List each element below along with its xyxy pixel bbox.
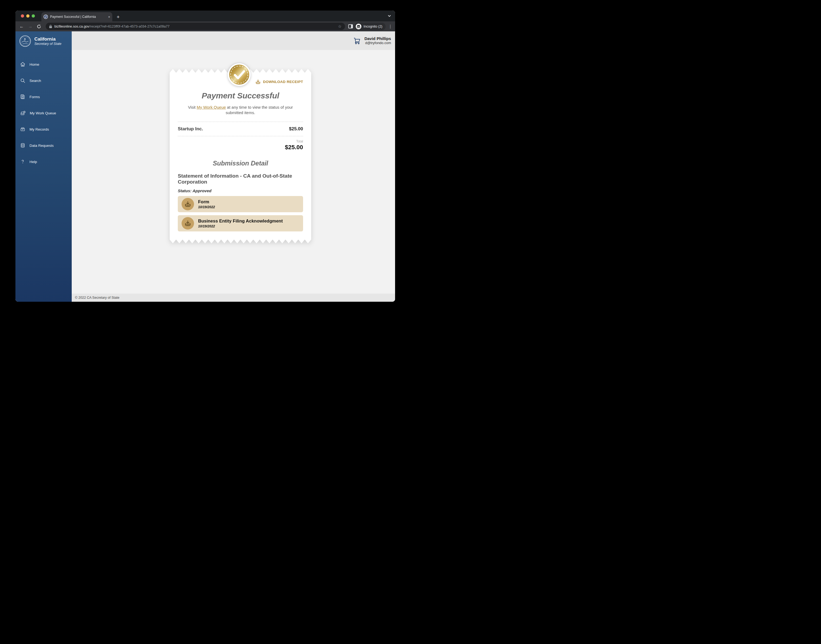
lock-icon [49, 25, 52, 28]
url-text: bizfileonline.sos.ca.gov/receipt?ref=612… [54, 25, 336, 28]
user-menu[interactable]: David Phillips d@tryfondo.com [364, 36, 391, 45]
copyright-text: © 2022 CA Secretary of State [75, 296, 119, 299]
page-content: California Secretary of State Home [15, 31, 395, 302]
incognito-badge[interactable]: Incognito (2) [355, 23, 386, 30]
sidebar-item-label: Help [29, 160, 37, 164]
doc-title: Business Entity Filing Acknowledgment [198, 218, 283, 224]
forms-icon [20, 94, 25, 100]
download-icon [184, 220, 191, 227]
sidebar-item-forms[interactable]: Forms [15, 89, 72, 105]
brand-subtitle: Secretary of State [34, 42, 61, 46]
check-icon [229, 64, 249, 84]
forward-icon[interactable]: → [27, 24, 34, 29]
cart-icon[interactable] [354, 37, 361, 44]
sidebar-item-data-requests[interactable]: Data Requests [15, 137, 72, 153]
sidebar-nav: Home Search Forms [15, 56, 72, 170]
line-item-name: Startup Inc. [178, 126, 203, 132]
payment-success-seal [228, 63, 251, 86]
doc-icon-circle [181, 198, 194, 210]
page-footer: © 2022 CA Secretary of State [72, 294, 395, 302]
brand: California Secretary of State [15, 31, 72, 50]
user-email: d@tryfondo.com [364, 41, 391, 45]
url-path: /receipt?ref=6123ff0f-47ab-4573-a034-27c… [89, 25, 170, 28]
browser-toolbar: ← → bizfileonline.sos.ca.gov/receipt?ref… [15, 21, 395, 31]
download-icon [255, 79, 261, 84]
ca-state-seal-logo [19, 35, 31, 47]
doc-title: Form [198, 199, 215, 205]
receipt-zigzag-bottom [170, 239, 311, 243]
line-item-row: Startup Inc. $25.00 [178, 122, 303, 136]
payment-successful-title: Payment Successful [178, 91, 303, 100]
address-bar[interactable]: bizfileonline.sos.ca.gov/receipt?ref=612… [46, 23, 345, 30]
browser-window: Payment Successful | California × + ← → … [15, 11, 395, 302]
close-window-button[interactable] [21, 14, 24, 18]
brand-title: California [34, 37, 61, 42]
sidebar-item-home[interactable]: Home [15, 56, 72, 72]
download-icon [184, 201, 191, 208]
sidebar-item-label: Home [29, 63, 39, 66]
doc-text: Business Entity Filing Acknowledgment 10… [198, 218, 283, 228]
window-controls [21, 14, 35, 18]
main-column: David Phillips d@tryfondo.com [72, 31, 395, 302]
download-receipt-label: DOWNLOAD RECEIPT [263, 80, 303, 84]
sidebar-item-label: Data Requests [29, 144, 54, 148]
sidebar-item-label: Search [29, 79, 41, 83]
back-icon[interactable]: ← [18, 24, 25, 29]
home-icon [20, 61, 25, 67]
incognito-label: Incognito (2) [364, 25, 382, 28]
submission-name: Statement of Information - CA and Out-of… [178, 173, 303, 185]
incognito-icon [355, 23, 361, 29]
menu-dots-icon[interactable]: ⋮ [388, 24, 392, 29]
note-prefix: Visit [188, 105, 196, 109]
tab-favicon [43, 15, 48, 19]
tab-title: Payment Successful | California [50, 15, 106, 18]
total-block: Total $25.00 [178, 140, 303, 151]
minimize-window-button[interactable] [26, 14, 29, 18]
line-item-amount: $25.00 [289, 126, 303, 132]
sidebar-item-help[interactable]: Help [15, 153, 72, 170]
sidebar: California Secretary of State Home [15, 31, 72, 302]
main-area: DOWNLOAD RECEIPT Payment Successful Visi… [72, 50, 395, 294]
sidebar-item-search[interactable]: Search [15, 72, 72, 89]
my-work-queue-link[interactable]: My Work Queue [197, 105, 226, 109]
user-name: David Phillips [364, 36, 391, 41]
sidebar-item-label: My Records [29, 127, 49, 131]
maximize-window-button[interactable] [32, 14, 35, 18]
close-tab-icon[interactable]: × [108, 15, 110, 18]
receipt-note: VisitMy Work Queueat any time to view th… [185, 104, 295, 116]
total-label: Total [178, 140, 303, 143]
chevron-down-icon[interactable] [387, 14, 391, 18]
document-download-row-acknowledgment[interactable]: Business Entity Filing Acknowledgment 10… [178, 215, 303, 232]
side-panel-icon[interactable] [348, 25, 353, 28]
tab-strip: Payment Successful | California × + [15, 11, 395, 21]
search-icon [20, 78, 25, 83]
doc-text: Form 10/19/2022 [198, 199, 215, 209]
sidebar-item-my-work-queue[interactable]: My Work Queue [15, 105, 72, 121]
help-icon [20, 159, 25, 164]
sidebar-item-label: Forms [29, 95, 40, 99]
submission-detail-title: Submission Detail [178, 159, 303, 167]
note-suffix: at any time to view the status of your s… [226, 105, 293, 115]
sidebar-item-label: My Work Queue [30, 111, 56, 115]
work-queue-icon [20, 110, 26, 116]
sidebar-item-my-records[interactable]: My Records [15, 121, 72, 137]
browser-tab[interactable]: Payment Successful | California × [42, 12, 112, 21]
url-host: bizfileonline.sos.ca.gov [54, 25, 89, 28]
new-tab-button[interactable]: + [117, 14, 120, 20]
brand-text: California Secretary of State [34, 37, 61, 46]
bookmark-star-icon[interactable]: ☆ [338, 24, 341, 29]
status-label: Status: Approved [178, 189, 303, 193]
data-requests-icon [20, 143, 25, 148]
records-icon [20, 127, 25, 132]
doc-date: 10/19/2022 [198, 224, 283, 228]
total-amount: $25.00 [178, 144, 303, 151]
page-header: David Phillips d@tryfondo.com [72, 31, 395, 50]
receipt-card: DOWNLOAD RECEIPT Payment Successful Visi… [170, 69, 311, 243]
receipt-body: DOWNLOAD RECEIPT Payment Successful Visi… [170, 73, 311, 239]
doc-icon-circle [181, 217, 194, 230]
doc-date: 10/19/2022 [198, 205, 215, 209]
reload-icon[interactable] [37, 24, 42, 29]
document-download-row-form[interactable]: Form 10/19/2022 [178, 196, 303, 212]
